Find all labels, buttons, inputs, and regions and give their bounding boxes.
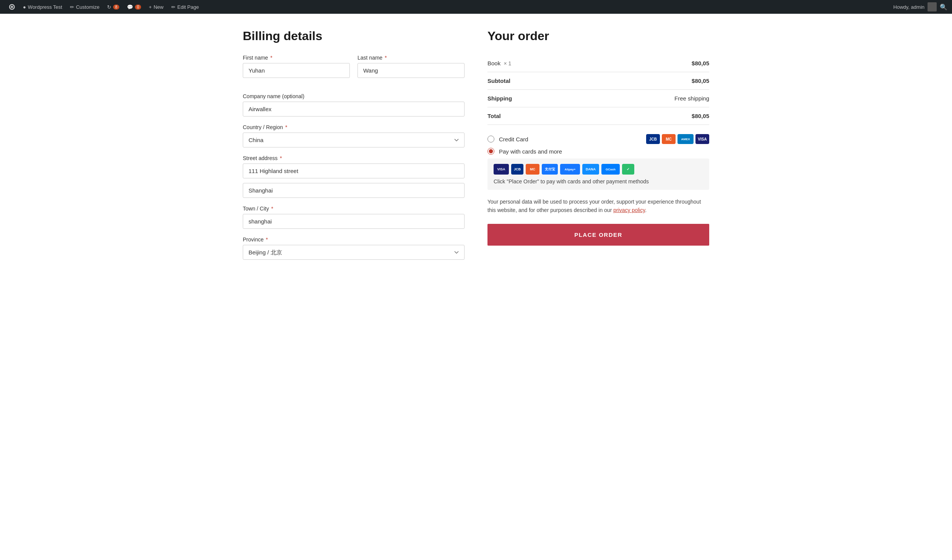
- total-label: Total: [487, 107, 579, 125]
- comments-icon: 💬: [127, 4, 133, 10]
- required-asterisk-2: *: [385, 55, 387, 61]
- pay-with-cards-option: Pay with cards and more: [487, 148, 709, 155]
- site-name-button[interactable]: ● Wordpress Test: [19, 0, 66, 14]
- shipping-row: Shipping Free shipping: [487, 90, 709, 107]
- town-label: Town / City *: [243, 206, 465, 212]
- billing-title: Billing details: [243, 29, 465, 43]
- pay-with-cards-label[interactable]: Pay with cards and more: [499, 148, 562, 155]
- new-label: New: [154, 4, 164, 10]
- comments-button[interactable]: 💬 0: [123, 0, 145, 14]
- last-name-input[interactable]: [357, 63, 465, 78]
- customize-label: Customize: [76, 4, 99, 10]
- shipping-label: Shipping: [487, 90, 579, 107]
- first-name-group: First name *: [243, 55, 350, 78]
- first-name-label: First name *: [243, 55, 350, 61]
- wp-logo-button[interactable]: ⊛: [5, 0, 19, 14]
- last-name-label: Last name *: [357, 55, 465, 61]
- updates-icon: ↻: [107, 4, 111, 10]
- street-input-2[interactable]: [243, 183, 465, 198]
- search-icon[interactable]: 🔍: [940, 3, 947, 11]
- jcb-sm-icon: JCB: [511, 164, 523, 175]
- dana-icon: DANA: [582, 164, 599, 175]
- subtotal-label: Subtotal: [487, 72, 579, 90]
- credit-card-radio[interactable]: [487, 136, 494, 142]
- company-input[interactable]: [243, 102, 465, 117]
- privacy-note: Your personal data will be used to proce…: [487, 197, 709, 215]
- updates-button[interactable]: ↻ 8: [103, 0, 123, 14]
- country-group: Country / Region * China United States U…: [243, 124, 465, 147]
- pay-with-cards-box: VISA JCB MC 支付宝 Alipay+ DANA GCash ✓ Cli…: [487, 159, 709, 190]
- subtotal-row: Subtotal $80,05: [487, 72, 709, 90]
- order-table: Book × 1 $80,05 Subtotal $80,05 Shipping…: [487, 55, 709, 125]
- name-row: First name * Last name *: [243, 55, 465, 86]
- page-content: Billing details First name * Last name *…: [227, 14, 725, 290]
- total-row: Total $80,05: [487, 107, 709, 125]
- credit-card-option: Credit Card JCB MC AMEX VISA: [487, 134, 709, 144]
- pay-with-cards-radio[interactable]: [487, 148, 494, 155]
- first-name-input[interactable]: [243, 63, 350, 78]
- place-order-button[interactable]: PLACE ORDER: [487, 224, 709, 246]
- required-asterisk-3: *: [285, 124, 287, 130]
- alipay-icon: 支付宝: [542, 164, 558, 175]
- pay-note: Click "Place Order" to pay with cards an…: [494, 178, 703, 185]
- street-label: Street address *: [243, 155, 465, 161]
- customize-icon: ✏: [70, 4, 74, 10]
- company-group: Company name (optional): [243, 93, 465, 117]
- credit-card-label[interactable]: Credit Card: [499, 136, 528, 142]
- company-label: Company name (optional): [243, 93, 465, 99]
- other-icon: ✓: [622, 164, 634, 175]
- pay-icons-row: VISA JCB MC 支付宝 Alipay+ DANA GCash ✓: [494, 164, 703, 175]
- visa-icon: VISA: [695, 134, 709, 144]
- add-icon: +: [149, 4, 152, 10]
- privacy-policy-link[interactable]: privacy policy: [613, 207, 645, 213]
- mastercard-icon: MC: [662, 134, 676, 144]
- street-address-group: Street address *: [243, 155, 465, 198]
- street-input-1[interactable]: [243, 163, 465, 178]
- province-label: Province *: [243, 236, 465, 243]
- site-name-icon: ●: [23, 4, 26, 10]
- last-name-group: Last name *: [357, 55, 465, 78]
- country-label: Country / Region *: [243, 124, 465, 130]
- amex-icon: AMEX: [677, 134, 694, 144]
- credit-card-icons: JCB MC AMEX VISA: [646, 134, 709, 144]
- product-row: Book × 1 $80,05: [487, 55, 709, 72]
- new-content-button[interactable]: + New: [145, 0, 167, 14]
- town-input[interactable]: [243, 214, 465, 229]
- comments-badge: 0: [135, 5, 141, 10]
- product-price-cell: $80,05: [579, 55, 709, 72]
- wp-logo-icon: ⊛: [8, 2, 15, 12]
- order-title: Your order: [487, 29, 709, 43]
- edit-page-button[interactable]: ✏ Edit Page: [167, 0, 203, 14]
- customize-button[interactable]: ✏ Customize: [66, 0, 103, 14]
- howdy-text: Howdy, admin: [894, 4, 924, 10]
- jcb-icon: JCB: [646, 134, 660, 144]
- updates-badge: 8: [113, 5, 119, 10]
- required-asterisk-6: *: [266, 236, 268, 243]
- province-group: Province * Beijing / 北京 Shanghai / 上海 Gu…: [243, 236, 465, 260]
- subtotal-value: $80,05: [579, 72, 709, 90]
- payment-section: Credit Card JCB MC AMEX VISA Pay with ca…: [487, 134, 709, 190]
- admin-bar-right: Howdy, admin 🔍: [894, 2, 947, 11]
- total-value: $80,05: [579, 107, 709, 125]
- billing-section: Billing details First name * Last name *…: [243, 29, 465, 267]
- town-group: Town / City *: [243, 206, 465, 229]
- required-asterisk-4: *: [280, 155, 282, 161]
- shipping-value: Free shipping: [579, 90, 709, 107]
- order-section: Your order Book × 1 $80,05 Subtotal $80,…: [487, 29, 709, 267]
- admin-bar: ⊛ ● Wordpress Test ✏ Customize ↻ 8 💬 0 +…: [0, 0, 952, 14]
- mc-sm-icon: MC: [526, 164, 539, 175]
- product-name-cell: Book × 1: [487, 55, 579, 72]
- edit-icon: ✏: [171, 4, 175, 10]
- country-select[interactable]: China United States United Kingdom Austr…: [243, 133, 465, 147]
- site-name-label: Wordpress Test: [28, 4, 62, 10]
- required-asterisk: *: [270, 55, 272, 61]
- edit-page-label: Edit Page: [177, 4, 199, 10]
- gcash-icon: GCash: [601, 164, 620, 175]
- avatar: [928, 2, 937, 11]
- street-inputs: [243, 163, 465, 198]
- required-asterisk-5: *: [271, 206, 273, 212]
- province-select[interactable]: Beijing / 北京 Shanghai / 上海 Guangdong / 广…: [243, 245, 465, 260]
- alipay-txt-icon: Alipay+: [560, 164, 580, 175]
- visa-sm-icon: VISA: [494, 164, 509, 175]
